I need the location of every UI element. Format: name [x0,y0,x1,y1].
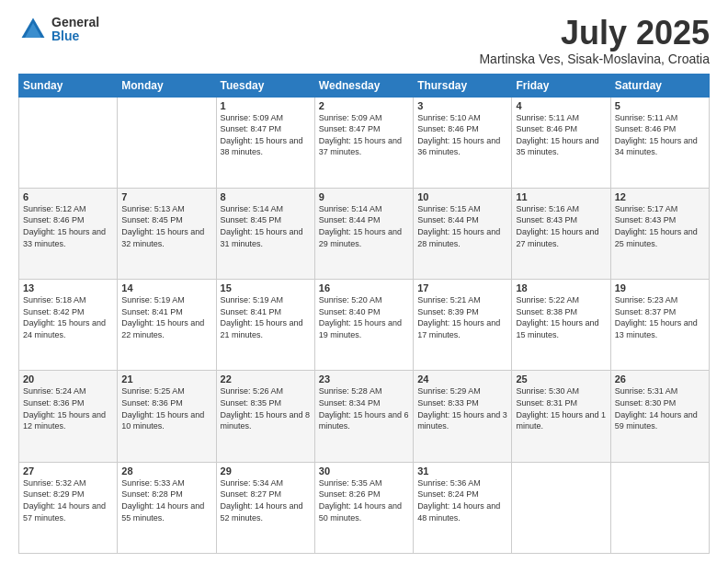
calendar-cell: 9Sunrise: 5:14 AM Sunset: 8:44 PM Daylig… [314,188,413,279]
day-number: 6 [23,191,113,202]
day-info: Sunrise: 5:35 AM Sunset: 8:26 PM Dayligh… [319,477,409,523]
calendar-table: SundayMondayTuesdayWednesdayThursdayFrid… [18,74,710,554]
calendar-week-row: 20Sunrise: 5:24 AM Sunset: 8:36 PM Dayli… [19,371,710,462]
logo: General Blue [18,15,99,44]
day-info: Sunrise: 5:36 AM Sunset: 8:24 PM Dayligh… [417,477,507,523]
day-info: Sunrise: 5:17 AM Sunset: 8:43 PM Dayligh… [615,203,705,249]
day-info: Sunrise: 5:25 AM Sunset: 8:36 PM Dayligh… [121,385,211,431]
day-number: 4 [516,100,606,111]
day-info: Sunrise: 5:26 AM Sunset: 8:35 PM Dayligh… [221,385,311,431]
calendar-cell: 10Sunrise: 5:15 AM Sunset: 8:44 PM Dayli… [414,188,512,279]
calendar-cell: 13Sunrise: 5:18 AM Sunset: 8:42 PM Dayli… [19,280,118,371]
calendar-cell: 5Sunrise: 5:11 AM Sunset: 8:46 PM Daylig… [610,97,709,188]
day-info: Sunrise: 5:16 AM Sunset: 8:43 PM Dayligh… [516,203,606,249]
calendar-cell: 22Sunrise: 5:26 AM Sunset: 8:35 PM Dayli… [216,371,314,462]
day-number: 9 [319,191,409,202]
day-number: 25 [516,373,606,385]
day-info: Sunrise: 5:23 AM Sunset: 8:37 PM Dayligh… [615,294,705,340]
calendar-week-row: 1Sunrise: 5:09 AM Sunset: 8:47 PM Daylig… [19,97,710,188]
calendar-day-header: Monday [118,74,216,97]
calendar-cell: 19Sunrise: 5:23 AM Sunset: 8:37 PM Dayli… [610,280,709,371]
calendar-day-header: Saturday [610,74,709,97]
calendar-cell: 12Sunrise: 5:17 AM Sunset: 8:43 PM Dayli… [610,188,709,279]
calendar-cell: 28Sunrise: 5:33 AM Sunset: 8:28 PM Dayli… [118,462,216,553]
day-number: 22 [221,373,311,385]
day-number: 20 [23,373,113,385]
day-info: Sunrise: 5:13 AM Sunset: 8:45 PM Dayligh… [121,203,211,249]
day-number: 16 [319,282,409,293]
day-number: 15 [221,282,311,293]
calendar-cell: 26Sunrise: 5:31 AM Sunset: 8:30 PM Dayli… [610,371,709,462]
day-number: 14 [121,282,211,293]
calendar-cell: 7Sunrise: 5:13 AM Sunset: 8:45 PM Daylig… [118,188,216,279]
logo-general: General [51,16,99,29]
main-title: July 2025 [479,15,710,52]
calendar-cell: 18Sunrise: 5:22 AM Sunset: 8:38 PM Dayli… [512,280,610,371]
day-number: 23 [319,373,409,385]
day-info: Sunrise: 5:11 AM Sunset: 8:46 PM Dayligh… [516,112,606,158]
calendar-week-row: 13Sunrise: 5:18 AM Sunset: 8:42 PM Dayli… [19,280,710,371]
calendar-week-row: 27Sunrise: 5:32 AM Sunset: 8:29 PM Dayli… [19,462,710,553]
day-number: 5 [615,100,705,111]
logo-icon [18,15,48,44]
logo-text: General Blue [51,16,99,44]
calendar-cell: 16Sunrise: 5:20 AM Sunset: 8:40 PM Dayli… [314,280,413,371]
calendar-cell [512,462,610,553]
calendar-cell: 6Sunrise: 5:12 AM Sunset: 8:46 PM Daylig… [19,188,118,279]
day-number: 30 [319,465,409,477]
day-info: Sunrise: 5:18 AM Sunset: 8:42 PM Dayligh… [23,294,113,340]
calendar-day-header: Thursday [414,74,512,97]
day-number: 28 [121,465,211,477]
calendar-cell: 31Sunrise: 5:36 AM Sunset: 8:24 PM Dayli… [414,462,512,553]
day-info: Sunrise: 5:21 AM Sunset: 8:39 PM Dayligh… [417,294,507,340]
day-info: Sunrise: 5:14 AM Sunset: 8:45 PM Dayligh… [221,203,311,249]
day-number: 3 [417,100,507,111]
calendar-cell: 17Sunrise: 5:21 AM Sunset: 8:39 PM Dayli… [414,280,512,371]
day-info: Sunrise: 5:15 AM Sunset: 8:44 PM Dayligh… [417,203,507,249]
calendar-cell [610,462,709,553]
day-info: Sunrise: 5:30 AM Sunset: 8:31 PM Dayligh… [516,385,606,431]
day-info: Sunrise: 5:09 AM Sunset: 8:47 PM Dayligh… [319,112,409,158]
page: General Blue July 2025 Martinska Ves, Si… [0,0,728,563]
day-info: Sunrise: 5:09 AM Sunset: 8:47 PM Dayligh… [221,112,311,158]
day-number: 10 [417,191,507,202]
day-number: 24 [417,373,507,385]
calendar-cell: 21Sunrise: 5:25 AM Sunset: 8:36 PM Dayli… [118,371,216,462]
calendar-cell [19,97,118,188]
calendar-header-row: SundayMondayTuesdayWednesdayThursdayFrid… [19,74,710,97]
calendar-week-row: 6Sunrise: 5:12 AM Sunset: 8:46 PM Daylig… [19,188,710,279]
day-number: 12 [615,191,705,202]
calendar-cell: 15Sunrise: 5:19 AM Sunset: 8:41 PM Dayli… [216,280,314,371]
day-info: Sunrise: 5:19 AM Sunset: 8:41 PM Dayligh… [121,294,211,340]
day-number: 17 [417,282,507,293]
calendar-day-header: Wednesday [314,74,413,97]
day-info: Sunrise: 5:22 AM Sunset: 8:38 PM Dayligh… [516,294,606,340]
day-info: Sunrise: 5:24 AM Sunset: 8:36 PM Dayligh… [23,385,113,431]
calendar-cell: 14Sunrise: 5:19 AM Sunset: 8:41 PM Dayli… [118,280,216,371]
subtitle: Martinska Ves, Sisak-Moslavina, Croatia [479,52,710,66]
day-number: 26 [615,373,705,385]
day-info: Sunrise: 5:14 AM Sunset: 8:44 PM Dayligh… [319,203,409,249]
day-number: 19 [615,282,705,293]
day-info: Sunrise: 5:31 AM Sunset: 8:30 PM Dayligh… [615,385,705,431]
day-number: 7 [121,191,211,202]
day-info: Sunrise: 5:19 AM Sunset: 8:41 PM Dayligh… [221,294,311,340]
day-number: 27 [23,465,113,477]
day-number: 8 [221,191,311,202]
calendar-cell: 29Sunrise: 5:34 AM Sunset: 8:27 PM Dayli… [216,462,314,553]
calendar-day-header: Friday [512,74,610,97]
day-info: Sunrise: 5:12 AM Sunset: 8:46 PM Dayligh… [23,203,113,249]
logo-blue: Blue [51,29,99,43]
day-number: 1 [221,100,311,111]
calendar-day-header: Tuesday [216,74,314,97]
day-number: 2 [319,100,409,111]
day-number: 21 [121,373,211,385]
day-info: Sunrise: 5:20 AM Sunset: 8:40 PM Dayligh… [319,294,409,340]
day-info: Sunrise: 5:11 AM Sunset: 8:46 PM Dayligh… [615,112,705,158]
calendar-cell: 2Sunrise: 5:09 AM Sunset: 8:47 PM Daylig… [314,97,413,188]
calendar-cell: 25Sunrise: 5:30 AM Sunset: 8:31 PM Dayli… [512,371,610,462]
day-number: 18 [516,282,606,293]
calendar-cell: 23Sunrise: 5:28 AM Sunset: 8:34 PM Dayli… [314,371,413,462]
header: General Blue July 2025 Martinska Ves, Si… [18,15,710,66]
day-number: 11 [516,191,606,202]
